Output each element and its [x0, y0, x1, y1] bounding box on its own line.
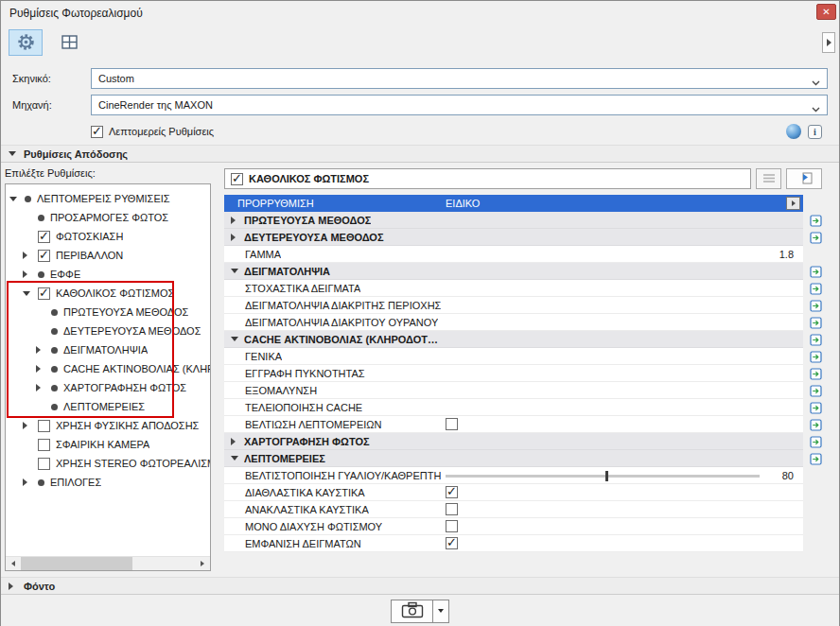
expand-icon[interactable]: [23, 422, 38, 429]
settings-row[interactable]: ΓΑΜΜΑ1.8: [224, 246, 803, 263]
tree-item[interactable]: ΧΡΗΣΗ ΦΥΣΙΚΗΣ ΑΠΟΔΟΣΗΣ: [6, 416, 210, 435]
settings-row[interactable]: ΛΕΠΤΟΜΕΡΕΙΕΣ: [224, 450, 803, 467]
settings-row[interactable]: ΠΡΩΤΕΥΟΥΣΑ ΜΕΘΟΔΟΣ: [224, 212, 803, 229]
close-button[interactable]: ✕: [816, 4, 836, 20]
settings-row[interactable]: ΔΕΙΓΜΑΤΟΛΗΨΙΑ ΔΙΑΚΡΙΤΟΥ ΟΥΡΑΝΟΥ: [224, 314, 803, 331]
expand-icon[interactable]: [36, 346, 51, 354]
settings-checkbox[interactable]: [446, 486, 458, 498]
settings-checkbox[interactable]: [446, 537, 458, 549]
tree-item[interactable]: ΕΦΦΕ: [6, 265, 210, 284]
tree-item-checkbox[interactable]: [38, 231, 50, 243]
render-button[interactable]: [391, 600, 433, 623]
settings-row[interactable]: ΕΜΦΑΝΙΣΗ ΔΕΙΓΜΑΤΩΝ: [224, 535, 803, 552]
settings-row[interactable]: ΔΕΥΤΕΡΕΥΟΥΣΑ ΜΕΘΟΔΟΣ: [224, 229, 803, 246]
settings-checkbox[interactable]: [446, 418, 458, 430]
link-settings-icon[interactable]: [803, 212, 822, 229]
tree-item[interactable]: ΠΕΡΙΒΑΛΛΟΝ: [6, 246, 210, 265]
info-icon[interactable]: i: [808, 125, 822, 139]
settings-checkbox[interactable]: [446, 503, 458, 515]
link-settings-icon[interactable]: [803, 433, 822, 450]
render-dropdown-button[interactable]: [433, 600, 449, 623]
tree-item-checkbox[interactable]: [38, 458, 50, 470]
render-settings-section-header[interactable]: Ρυθμίσεις Απόδοσης: [1, 145, 839, 163]
expand-icon[interactable]: [36, 384, 51, 391]
tree-item-checkbox[interactable]: [38, 250, 50, 262]
link-settings-icon[interactable]: [803, 382, 822, 399]
collapse-icon[interactable]: [231, 456, 244, 461]
settings-row[interactable]: ΣΤΟΧΑΣΤΙΚΑ ΔΕΙΓΜΑΤΑ: [224, 280, 803, 297]
expand-icon[interactable]: [231, 217, 244, 224]
scroll-left-icon[interactable]: [6, 557, 21, 570]
settings-row[interactable]: ΤΕΛΕΙΟΠΟΙΗΣΗ CACHE: [224, 399, 803, 416]
tree-item[interactable]: CACHE ΑΚΤΙΝΟΒΟΛΙΑΣ (ΚΛΗΡΟ.: [6, 359, 210, 378]
link-settings-icon[interactable]: [803, 314, 822, 331]
expand-icon[interactable]: [36, 365, 51, 373]
tree-item[interactable]: ΠΡΩΤΕΥΟΥΣΑ ΜΕΘΟΔΟΣ: [6, 303, 210, 322]
detailed-settings-checkbox[interactable]: [91, 126, 103, 138]
expand-panel-button[interactable]: [822, 32, 835, 53]
engine-select[interactable]: CineRender της MAXON: [91, 95, 828, 115]
slider-handle[interactable]: [605, 471, 608, 481]
link-settings-icon[interactable]: [803, 229, 822, 246]
tree-horizontal-scrollbar[interactable]: [6, 556, 210, 570]
settings-row[interactable]: ΔΕΙΓΜΑΤΟΛΗΨΙΑ: [224, 263, 803, 280]
settings-row[interactable]: ΠΡΟΡΡΥΘΜΙΣΗΕΙΔΙΚΟ: [224, 195, 803, 212]
settings-row[interactable]: CACHE ΑΚΤΙΝΟΒΟΛΙΑΣ (ΚΛΗΡΟΔΟΤ…: [224, 331, 803, 348]
expand-icon[interactable]: [23, 478, 38, 486]
background-section-header[interactable]: Φόντο: [1, 577, 839, 595]
tree-item[interactable]: ΚΑΘΟΛΙΚΟΣ ΦΩΤΙΣΜΟΣ: [6, 284, 210, 303]
link-settings-icon[interactable]: [803, 450, 822, 467]
scrollbar-thumb[interactable]: [21, 557, 132, 570]
settings-row[interactable]: ΕΞΟΜΑΛΥΝΣΗ: [224, 382, 803, 399]
collapse-icon[interactable]: [231, 337, 244, 341]
link-settings-icon[interactable]: [803, 348, 822, 365]
link-settings-icon[interactable]: [803, 365, 822, 382]
tree-item[interactable]: ΔΕΙΓΜΑΤΟΛΗΨΙΑ: [6, 340, 210, 359]
import-settings-button[interactable]: [786, 168, 822, 189]
settings-row[interactable]: ΔΕΙΓΜΑΤΟΛΗΨΙΑ ΔΙΑΚΡΙΤΗΣ ΠΕΡΙΟΧΗΣ: [224, 297, 803, 314]
link-settings-icon[interactable]: [803, 331, 822, 348]
tree-item[interactable]: ΛΕΠΤΟΜΕΡΕΙΕΣ: [6, 397, 210, 416]
layout-settings-tab[interactable]: [52, 29, 86, 56]
settings-row[interactable]: ΧΑΡΤΟΓΡΑΦΗΣΗ ΦΩΤΟΣ: [224, 433, 803, 450]
collapse-icon[interactable]: [23, 291, 38, 296]
general-settings-tab[interactable]: [9, 29, 43, 56]
collapse-icon[interactable]: [231, 269, 244, 273]
tree-item[interactable]: ΦΩΤΟΣΚΙΑΣΗ: [6, 227, 210, 246]
settings-row[interactable]: ΑΝΑΚΛΑΣΤΙΚΑ ΚΑΥΣΤΙΚΑ: [224, 501, 803, 518]
scene-select[interactable]: Custom: [91, 68, 828, 89]
tree-item-checkbox[interactable]: [38, 420, 50, 432]
link-settings-icon[interactable]: [803, 280, 822, 297]
scrollbar-track[interactable]: [132, 557, 195, 570]
panel-menu-button[interactable]: [756, 168, 781, 189]
settings-row[interactable]: ΜΟΝΟ ΔΙΑΧΥΣΗ ΦΩΤΙΣΜΟΥ: [224, 518, 803, 535]
link-settings-icon[interactable]: [803, 297, 822, 314]
tree-item[interactable]: ΧΡΗΣΗ STEREO ΦΩΤΟΡΕΑΛΙΣΜΟΥ: [6, 454, 210, 473]
tree-item[interactable]: ΠΡΟΣΑΡΜΟΓΕΣ ΦΩΤΟΣ: [6, 208, 210, 227]
tree-item[interactable]: ΣΦΑΙΡΙΚΗ ΚΑΜΕΡΑ: [6, 435, 210, 454]
expand-icon[interactable]: [231, 438, 244, 445]
expand-icon[interactable]: [23, 270, 38, 278]
settings-row[interactable]: ΒΕΛΤΙΩΣΗ ΛΕΠΤΟΜΕΡΕΙΩΝ: [224, 416, 803, 433]
tree-item[interactable]: ΛΕΠΤΟΜΕΡΕΙΣ ΡΥΘΜΙΣΕΙΣ: [6, 189, 210, 208]
settings-row[interactable]: ΒΕΛΤΙΣΤΟΠΟΙΗΣΗ ΓΥΑΛΙΟΥ/ΚΑΘΡΕΠΤΗ80: [224, 467, 803, 484]
settings-checkbox[interactable]: [446, 520, 458, 532]
slider-track[interactable]: [446, 475, 760, 478]
tree-item-checkbox[interactable]: [38, 287, 50, 300]
expand-icon[interactable]: [231, 234, 244, 241]
collapse-icon[interactable]: [9, 197, 25, 201]
title-bar[interactable]: Ρυθμίσεις Φωτορεαλισμού ✕: [1, 1, 839, 26]
link-settings-icon[interactable]: [803, 399, 822, 416]
tree-item[interactable]: ΔΕΥΤΕΡΕΥΟΥΣΑ ΜΕΘΟΔΟΣ: [6, 322, 210, 340]
preset-flyout-button[interactable]: [786, 197, 800, 210]
tree-item-checkbox[interactable]: [38, 439, 50, 451]
link-settings-icon[interactable]: [803, 263, 822, 280]
panel-title-checkbox[interactable]: [231, 173, 243, 185]
settings-row[interactable]: ΕΓΓΡΑΦΗ ΠΥΚΝΟΤΗΤΑΣ: [224, 365, 803, 382]
settings-row[interactable]: ΔΙΑΘΛΑΣΤΙΚΑ ΚΑΥΣΤΙΚΑ: [224, 484, 803, 501]
tree-item[interactable]: ΧΑΡΤΟΓΡΑΦΗΣΗ ΦΩΤΟΣ: [6, 378, 210, 397]
expand-icon[interactable]: [23, 252, 38, 259]
scroll-right-icon[interactable]: [195, 557, 210, 570]
settings-row[interactable]: ΓΕΝΙΚΑ: [224, 348, 803, 365]
link-settings-icon[interactable]: [803, 416, 822, 433]
